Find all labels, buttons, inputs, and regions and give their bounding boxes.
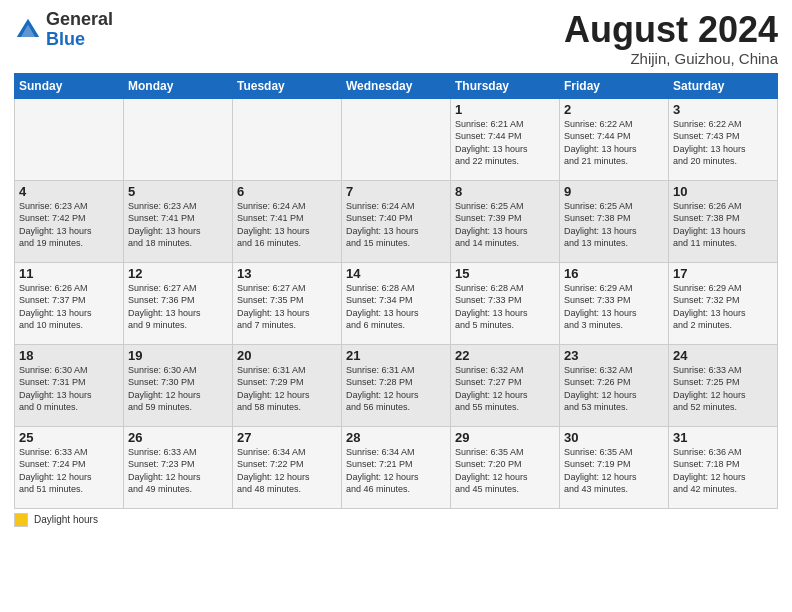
day-info: Sunrise: 6:25 AM Sunset: 7:39 PM Dayligh… <box>455 200 555 250</box>
legend-label: Daylight hours <box>34 514 98 525</box>
day-info: Sunrise: 6:30 AM Sunset: 7:31 PM Dayligh… <box>19 364 119 414</box>
main-container: General Blue August 2024 Zhijin, Guizhou… <box>0 0 792 535</box>
calendar-cell: 26Sunrise: 6:33 AM Sunset: 7:23 PM Dayli… <box>124 426 233 508</box>
calendar-cell: 16Sunrise: 6:29 AM Sunset: 7:33 PM Dayli… <box>560 262 669 344</box>
calendar-table: SundayMondayTuesdayWednesdayThursdayFrid… <box>14 73 778 509</box>
day-number: 12 <box>128 266 228 281</box>
day-number: 25 <box>19 430 119 445</box>
day-info: Sunrise: 6:33 AM Sunset: 7:24 PM Dayligh… <box>19 446 119 496</box>
calendar-day-header: Saturday <box>669 73 778 98</box>
day-number: 1 <box>455 102 555 117</box>
logo-blue-text: Blue <box>46 29 85 49</box>
day-number: 11 <box>19 266 119 281</box>
calendar-cell: 1Sunrise: 6:21 AM Sunset: 7:44 PM Daylig… <box>451 98 560 180</box>
day-number: 27 <box>237 430 337 445</box>
day-info: Sunrise: 6:26 AM Sunset: 7:37 PM Dayligh… <box>19 282 119 332</box>
location: Zhijin, Guizhou, China <box>564 50 778 67</box>
day-info: Sunrise: 6:24 AM Sunset: 7:41 PM Dayligh… <box>237 200 337 250</box>
day-info: Sunrise: 6:26 AM Sunset: 7:38 PM Dayligh… <box>673 200 773 250</box>
day-number: 16 <box>564 266 664 281</box>
calendar-cell: 20Sunrise: 6:31 AM Sunset: 7:29 PM Dayli… <box>233 344 342 426</box>
calendar-cell: 5Sunrise: 6:23 AM Sunset: 7:41 PM Daylig… <box>124 180 233 262</box>
day-number: 18 <box>19 348 119 363</box>
calendar-cell: 10Sunrise: 6:26 AM Sunset: 7:38 PM Dayli… <box>669 180 778 262</box>
day-number: 21 <box>346 348 446 363</box>
day-number: 19 <box>128 348 228 363</box>
legend-box <box>14 513 28 527</box>
day-number: 7 <box>346 184 446 199</box>
calendar-week-row: 4Sunrise: 6:23 AM Sunset: 7:42 PM Daylig… <box>15 180 778 262</box>
calendar-day-header: Thursday <box>451 73 560 98</box>
day-info: Sunrise: 6:29 AM Sunset: 7:33 PM Dayligh… <box>564 282 664 332</box>
day-number: 29 <box>455 430 555 445</box>
calendar-cell: 25Sunrise: 6:33 AM Sunset: 7:24 PM Dayli… <box>15 426 124 508</box>
day-number: 31 <box>673 430 773 445</box>
calendar-cell <box>15 98 124 180</box>
calendar-day-header: Monday <box>124 73 233 98</box>
calendar-cell: 8Sunrise: 6:25 AM Sunset: 7:39 PM Daylig… <box>451 180 560 262</box>
calendar-cell: 3Sunrise: 6:22 AM Sunset: 7:43 PM Daylig… <box>669 98 778 180</box>
day-info: Sunrise: 6:25 AM Sunset: 7:38 PM Dayligh… <box>564 200 664 250</box>
calendar-day-header: Sunday <box>15 73 124 98</box>
legend: Daylight hours <box>14 513 778 527</box>
logo: General Blue <box>14 10 113 50</box>
calendar-cell: 27Sunrise: 6:34 AM Sunset: 7:22 PM Dayli… <box>233 426 342 508</box>
calendar-cell: 13Sunrise: 6:27 AM Sunset: 7:35 PM Dayli… <box>233 262 342 344</box>
title-block: August 2024 Zhijin, Guizhou, China <box>564 10 778 67</box>
day-number: 9 <box>564 184 664 199</box>
day-info: Sunrise: 6:34 AM Sunset: 7:21 PM Dayligh… <box>346 446 446 496</box>
day-info: Sunrise: 6:33 AM Sunset: 7:25 PM Dayligh… <box>673 364 773 414</box>
day-info: Sunrise: 6:27 AM Sunset: 7:35 PM Dayligh… <box>237 282 337 332</box>
calendar-day-header: Friday <box>560 73 669 98</box>
calendar-day-header: Tuesday <box>233 73 342 98</box>
day-number: 13 <box>237 266 337 281</box>
day-number: 15 <box>455 266 555 281</box>
day-info: Sunrise: 6:22 AM Sunset: 7:44 PM Dayligh… <box>564 118 664 168</box>
calendar-cell: 17Sunrise: 6:29 AM Sunset: 7:32 PM Dayli… <box>669 262 778 344</box>
header: General Blue August 2024 Zhijin, Guizhou… <box>14 10 778 67</box>
day-info: Sunrise: 6:31 AM Sunset: 7:28 PM Dayligh… <box>346 364 446 414</box>
calendar-cell: 14Sunrise: 6:28 AM Sunset: 7:34 PM Dayli… <box>342 262 451 344</box>
day-number: 10 <box>673 184 773 199</box>
calendar-week-row: 11Sunrise: 6:26 AM Sunset: 7:37 PM Dayli… <box>15 262 778 344</box>
calendar-cell: 21Sunrise: 6:31 AM Sunset: 7:28 PM Dayli… <box>342 344 451 426</box>
calendar-cell <box>342 98 451 180</box>
calendar-day-header: Wednesday <box>342 73 451 98</box>
day-number: 3 <box>673 102 773 117</box>
day-info: Sunrise: 6:31 AM Sunset: 7:29 PM Dayligh… <box>237 364 337 414</box>
day-info: Sunrise: 6:32 AM Sunset: 7:26 PM Dayligh… <box>564 364 664 414</box>
day-number: 24 <box>673 348 773 363</box>
logo-general-text: General <box>46 9 113 29</box>
day-number: 14 <box>346 266 446 281</box>
day-number: 2 <box>564 102 664 117</box>
calendar-cell: 6Sunrise: 6:24 AM Sunset: 7:41 PM Daylig… <box>233 180 342 262</box>
day-number: 28 <box>346 430 446 445</box>
day-info: Sunrise: 6:21 AM Sunset: 7:44 PM Dayligh… <box>455 118 555 168</box>
day-number: 17 <box>673 266 773 281</box>
calendar-cell: 9Sunrise: 6:25 AM Sunset: 7:38 PM Daylig… <box>560 180 669 262</box>
calendar-cell: 31Sunrise: 6:36 AM Sunset: 7:18 PM Dayli… <box>669 426 778 508</box>
day-info: Sunrise: 6:27 AM Sunset: 7:36 PM Dayligh… <box>128 282 228 332</box>
day-info: Sunrise: 6:22 AM Sunset: 7:43 PM Dayligh… <box>673 118 773 168</box>
logo-icon <box>14 16 42 44</box>
calendar-cell: 28Sunrise: 6:34 AM Sunset: 7:21 PM Dayli… <box>342 426 451 508</box>
calendar-cell: 24Sunrise: 6:33 AM Sunset: 7:25 PM Dayli… <box>669 344 778 426</box>
day-info: Sunrise: 6:30 AM Sunset: 7:30 PM Dayligh… <box>128 364 228 414</box>
calendar-header-row: SundayMondayTuesdayWednesdayThursdayFrid… <box>15 73 778 98</box>
day-number: 5 <box>128 184 228 199</box>
day-info: Sunrise: 6:23 AM Sunset: 7:42 PM Dayligh… <box>19 200 119 250</box>
calendar-week-row: 25Sunrise: 6:33 AM Sunset: 7:24 PM Dayli… <box>15 426 778 508</box>
calendar-cell: 2Sunrise: 6:22 AM Sunset: 7:44 PM Daylig… <box>560 98 669 180</box>
calendar-cell: 12Sunrise: 6:27 AM Sunset: 7:36 PM Dayli… <box>124 262 233 344</box>
calendar-cell: 11Sunrise: 6:26 AM Sunset: 7:37 PM Dayli… <box>15 262 124 344</box>
calendar-cell: 18Sunrise: 6:30 AM Sunset: 7:31 PM Dayli… <box>15 344 124 426</box>
calendar-cell <box>233 98 342 180</box>
day-info: Sunrise: 6:32 AM Sunset: 7:27 PM Dayligh… <box>455 364 555 414</box>
day-number: 6 <box>237 184 337 199</box>
day-info: Sunrise: 6:23 AM Sunset: 7:41 PM Dayligh… <box>128 200 228 250</box>
calendar-cell: 7Sunrise: 6:24 AM Sunset: 7:40 PM Daylig… <box>342 180 451 262</box>
calendar-cell: 23Sunrise: 6:32 AM Sunset: 7:26 PM Dayli… <box>560 344 669 426</box>
calendar-cell: 15Sunrise: 6:28 AM Sunset: 7:33 PM Dayli… <box>451 262 560 344</box>
calendar-cell: 30Sunrise: 6:35 AM Sunset: 7:19 PM Dayli… <box>560 426 669 508</box>
day-number: 22 <box>455 348 555 363</box>
